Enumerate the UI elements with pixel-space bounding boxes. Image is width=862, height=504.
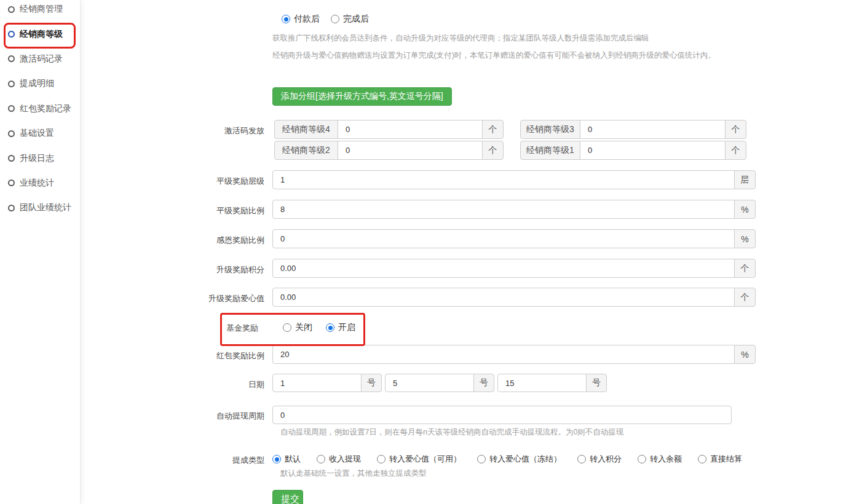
- input-addon-label: 经销商等级1: [520, 141, 580, 160]
- submit-button[interactable]: 提交: [272, 490, 303, 504]
- radio-label: 付款后: [294, 14, 320, 25]
- radio-after-complete[interactable]: 完成后: [331, 14, 369, 25]
- radio-icon: [638, 455, 646, 463]
- upgrade-help-line2: 经销商升级与爱心值购物赠送均设置为订单完成(支付)时，本笔订单赠送的爱心值有可能…: [272, 50, 716, 61]
- commission-type-help: 默认走基础统一设置，其他走独立提成类型: [280, 468, 427, 479]
- activation-level4-input[interactable]: [338, 120, 483, 139]
- radio-label: 完成后: [343, 14, 369, 25]
- field-row-peer-ratio: %: [272, 200, 756, 219]
- fund-reward-radio-group: 关闭 开启: [283, 322, 355, 333]
- radio-label: 关闭: [295, 322, 312, 333]
- input-addon-suffix: %: [734, 229, 756, 248]
- circle-icon: [8, 130, 15, 137]
- date2-input[interactable]: [385, 374, 474, 392]
- sidebar-item-dealer-level[interactable]: 经销商等级: [0, 22, 80, 46]
- activation-level2-input[interactable]: [338, 141, 483, 160]
- circle-icon: [8, 6, 15, 13]
- date-group-3: 号: [497, 374, 607, 392]
- input-addon-suffix: %: [734, 345, 756, 364]
- sidebar-item-performance-stats[interactable]: 业绩统计: [0, 171, 80, 195]
- redpacket-ratio-input[interactable]: [272, 345, 735, 364]
- sidebar-item-label: 激活码记录: [20, 53, 63, 65]
- radio-fund-off[interactable]: 关闭: [283, 322, 312, 333]
- radio-commission-default[interactable]: 默认: [272, 454, 301, 465]
- sidebar-item-team-performance-stats[interactable]: 团队业绩统计: [0, 195, 80, 220]
- circle-icon: [8, 31, 15, 37]
- sidebar-item-label: 经销商等级: [20, 29, 63, 40]
- sidebar-item-redpacket-records[interactable]: 红包奖励记录: [0, 96, 80, 121]
- field-row-upgrade-points: 个: [272, 259, 756, 278]
- date-group-1: 号: [272, 374, 382, 392]
- sidebar-item-dealer-manage[interactable]: 经销商管理: [0, 0, 80, 22]
- radio-icon: [326, 323, 334, 332]
- sidebar-item-activation-records[interactable]: 激活码记录: [0, 47, 80, 71]
- circle-icon: [8, 205, 15, 211]
- radio-commission-love-frozen[interactable]: 转入爱心值（冻结）: [477, 454, 561, 465]
- radio-icon: [317, 455, 325, 463]
- radio-label: 转入爱心值（可用）: [389, 454, 461, 465]
- radio-label: 转入积分: [590, 454, 622, 465]
- upgrade-mode-radio-group: 付款后 完成后: [282, 14, 369, 25]
- radio-label: 收入提现: [329, 454, 361, 465]
- peer-ratio-input[interactable]: [272, 200, 735, 219]
- radio-icon: [477, 455, 486, 463]
- date3-input[interactable]: [497, 374, 587, 392]
- radio-icon: [331, 15, 339, 23]
- sidebar: 经销商管理 经销商等级 激活码记录 提成明细 红包奖励记录 基础设置 升级日志: [0, 0, 81, 504]
- activation-level3-input[interactable]: [580, 120, 726, 139]
- sidebar-item-label: 经销商管理: [20, 4, 63, 15]
- radio-commission-points[interactable]: 转入积分: [577, 454, 622, 465]
- upgrade-help-line1: 获取推广下线权利的会员达到条件，自动升级为对应等级的代理商；指定某团队等级人数升…: [272, 33, 649, 44]
- activation-level1-input[interactable]: [580, 141, 726, 160]
- auto-withdraw-help: 自动提现周期，例如设置7日，则在每月每n天该等级经销商自动完成手动提现流程。为0…: [280, 427, 623, 438]
- radio-commission-balance[interactable]: 转入余额: [638, 454, 682, 465]
- sidebar-item-upgrade-log[interactable]: 升级日志: [0, 146, 80, 170]
- commission-type-radio-group: 默认 收入提现 转入爱心值（可用） 转入爱心值（冻结） 转入积分 转入余额 直接…: [272, 454, 742, 465]
- radio-icon: [283, 323, 291, 332]
- peer-level-input[interactable]: [272, 170, 735, 189]
- circle-icon: [8, 179, 15, 186]
- sidebar-item-label: 红包奖励记录: [20, 103, 71, 114]
- date1-input[interactable]: [272, 374, 362, 392]
- radio-label: 转入余额: [650, 454, 682, 465]
- input-addon-label: 经销商等级3: [520, 120, 580, 139]
- gratitude-ratio-input[interactable]: [272, 229, 735, 248]
- input-addon-label: 经销商等级2: [274, 141, 338, 160]
- input-addon-suffix: 个: [725, 120, 746, 139]
- sidebar-item-label: 业绩统计: [20, 178, 54, 189]
- input-addon-suffix: 个: [734, 259, 756, 278]
- auto-withdraw-input[interactable]: [272, 406, 732, 424]
- radio-label: 直接结算: [710, 454, 742, 465]
- upgrade-points-input[interactable]: [272, 259, 735, 278]
- date-group-2: 号: [385, 374, 494, 392]
- radio-after-payment[interactable]: 付款后: [282, 14, 320, 25]
- input-addon-suffix: 个: [734, 288, 756, 307]
- sidebar-item-commission-detail[interactable]: 提成明细: [0, 71, 80, 96]
- add-group-button[interactable]: 添加分组[选择升级方式编号,英文逗号分隔]: [272, 87, 452, 106]
- radio-icon: [272, 455, 281, 463]
- field-row-upgrade-love-value: 个: [272, 288, 756, 307]
- sidebar-item-label: 升级日志: [20, 153, 54, 164]
- radio-fund-on[interactable]: 开启: [326, 322, 355, 333]
- radio-commission-income-withdraw[interactable]: 收入提现: [317, 454, 361, 465]
- field-row-gratitude-ratio: %: [272, 229, 756, 248]
- radio-commission-direct[interactable]: 直接结算: [698, 454, 742, 465]
- activation-group-level2: 经销商等级2 个: [274, 141, 504, 160]
- sidebar-item-label: 基础设置: [20, 128, 54, 139]
- upgrade-love-value-input[interactable]: [272, 288, 735, 307]
- input-addon-suffix: 号: [586, 374, 607, 392]
- sidebar-item-basic-settings[interactable]: 基础设置: [0, 121, 80, 146]
- circle-icon: [8, 81, 15, 87]
- sidebar-menu: 经销商管理 经销商等级 激活码记录 提成明细 红包奖励记录 基础设置 升级日志: [0, 0, 80, 221]
- field-row-peer-level: 层: [272, 170, 756, 189]
- radio-commission-love-available[interactable]: 转入爱心值（可用）: [377, 454, 461, 465]
- input-addon-suffix: 个: [482, 141, 504, 160]
- input-addon-suffix: 号: [473, 374, 494, 392]
- activation-group-level4: 经销商等级4 个: [274, 120, 504, 139]
- input-addon-suffix: 层: [734, 170, 756, 189]
- input-addon-suffix: %: [734, 200, 756, 219]
- sidebar-item-label: 提成明细: [20, 78, 54, 89]
- activation-group-level3: 经销商等级3 个: [520, 120, 746, 139]
- radio-label: 转入爱心值（冻结）: [489, 454, 561, 465]
- circle-icon: [8, 155, 15, 162]
